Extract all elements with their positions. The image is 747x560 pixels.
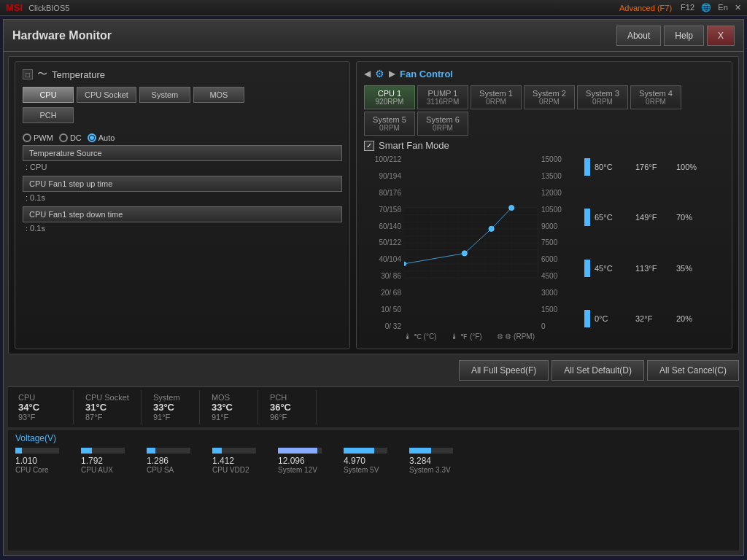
voltage-bar-sys33v bbox=[409, 448, 453, 454]
y-label-10: 0/ 32 bbox=[364, 322, 401, 330]
fan-tab-sys3[interactable]: System 3 0RPM bbox=[577, 85, 628, 109]
chart-point-1[interactable] bbox=[462, 251, 467, 256]
step-down-button[interactable]: CPU Fan1 step down time bbox=[23, 206, 342, 222]
temperature-header: □ 〜 Temperature bbox=[23, 68, 342, 81]
fan-tab-sys4-rpm: 0RPM bbox=[637, 98, 675, 106]
auto-radio[interactable]: Auto bbox=[88, 133, 115, 142]
fan-tab-sys4-label: System 4 bbox=[639, 89, 673, 98]
fan-tab-sys2[interactable]: System 2 0RPM bbox=[524, 85, 575, 109]
pwm-label: PWM bbox=[34, 133, 53, 142]
voltage-lbl-sys33v: System 3.3V bbox=[409, 466, 451, 474]
voltage-val-sys12v: 12.096 bbox=[278, 456, 305, 466]
fan-tab-sys2-label: System 2 bbox=[533, 89, 566, 98]
y-label-8: 20/ 68 bbox=[364, 289, 401, 297]
dc-radio[interactable]: DC bbox=[59, 133, 82, 142]
step-up-button[interactable]: CPU Fan1 step up time bbox=[23, 176, 342, 192]
legend-tempf-0: 176°F bbox=[635, 163, 672, 171]
chart-svg-container[interactable] bbox=[404, 155, 538, 330]
fan-tab-sys5[interactable]: System 5 0RPM bbox=[364, 112, 415, 136]
mode-selector: PWM DC Auto bbox=[23, 131, 342, 145]
legend-row-3: 0°C 32°F 20% bbox=[584, 310, 724, 327]
fan-control-header: ◀ ⚙ ▶ Fan Control bbox=[364, 68, 724, 79]
temp-source-button[interactable]: Temperature Source bbox=[23, 145, 342, 161]
y-right-9: 1500 bbox=[541, 306, 578, 314]
chart-point-2[interactable] bbox=[489, 226, 494, 231]
voltage-bar-sys5v bbox=[344, 448, 387, 454]
fan-control-title: Fan Control bbox=[400, 69, 453, 79]
y-label-3: 70/158 bbox=[364, 206, 401, 214]
pwm-radio[interactable]: PWM bbox=[23, 133, 53, 142]
legend-bar-1 bbox=[584, 209, 590, 226]
about-button[interactable]: About bbox=[616, 26, 661, 46]
step-up-section: CPU Fan1 step up time : 0.1s bbox=[23, 176, 342, 203]
mos-temp-button[interactable]: MOS bbox=[193, 87, 244, 103]
fan-tab-sys6[interactable]: System 6 0RPM bbox=[417, 112, 468, 136]
fan-tab-sys2-rpm: 0RPM bbox=[530, 98, 568, 106]
close-button[interactable]: X bbox=[707, 26, 735, 46]
temp-f-pch: 96°F bbox=[270, 413, 304, 421]
x-axis-labels: 🌡 ℃ (°C) 🌡 ℉ (°F) ⚙ ⚙ (RPM) bbox=[404, 330, 535, 343]
cpu-socket-temp-button[interactable]: CPU Socket bbox=[77, 87, 136, 103]
chart-point-3[interactable] bbox=[509, 205, 514, 210]
help-button[interactable]: Help bbox=[664, 26, 704, 46]
pch-temp-button[interactable]: PCH bbox=[23, 107, 74, 123]
fan-tab-sys3-label: System 3 bbox=[586, 89, 619, 98]
y-right-1: 13500 bbox=[541, 172, 578, 180]
chart-area: ✓ Smart Fan Mode 100/212 90/194 80/176 7… bbox=[364, 140, 724, 343]
temp-readout-cpu-socket: CPU Socket 31°C 87°F bbox=[74, 390, 142, 424]
fan-forward-icon[interactable]: ▶ bbox=[389, 69, 395, 79]
voltage-bar-cpu-sa bbox=[147, 448, 190, 454]
pwm-radio-circle bbox=[23, 133, 31, 142]
temp-label-cpu-socket: CPU Socket bbox=[85, 393, 129, 402]
legend-row-0: 80°C 176°F 100% bbox=[584, 158, 724, 176]
voltage-bar-cpu-aux bbox=[81, 448, 125, 454]
bios-title: ClickBIOS5 bbox=[28, 4, 69, 12]
fan-tab-cpu1[interactable]: CPU 1 920RPM bbox=[364, 85, 415, 109]
fan-tab-pump1-label: PUMP 1 bbox=[428, 89, 458, 98]
voltage-val-cpu-aux: 1.792 bbox=[81, 456, 103, 466]
y-label-4: 60/140 bbox=[364, 222, 401, 230]
advanced-mode-label: Advanced (F7) bbox=[619, 4, 672, 12]
fan-curve-chart[interactable] bbox=[404, 155, 538, 330]
expand-icon[interactable]: □ bbox=[23, 69, 33, 79]
fan-tabs: CPU 1 920RPM PUMP 1 3116RPM System 1 0RP… bbox=[364, 85, 724, 136]
voltage-sys12v: 12.096 System 12V bbox=[278, 448, 344, 474]
y-right-4: 9000 bbox=[541, 222, 578, 230]
fan-tab-sys6-label: System 6 bbox=[426, 115, 460, 124]
all-set-default-button[interactable]: All Set Default(D) bbox=[551, 360, 644, 381]
hardware-panel: □ 〜 Temperature CPU CPU Socket System MO… bbox=[8, 56, 739, 354]
legend-pct-2: 35% bbox=[676, 264, 692, 273]
temp-c-system: 33°C bbox=[153, 402, 187, 413]
voltage-lbl-cpu-sa: CPU SA bbox=[147, 466, 174, 474]
fan-tab-pump1[interactable]: PUMP 1 3116RPM bbox=[417, 85, 468, 109]
system-temp-button[interactable]: System bbox=[139, 87, 190, 103]
temp-readout-system: System 33°C 91°F bbox=[142, 390, 200, 424]
voltage-header[interactable]: Voltage(V) bbox=[15, 433, 732, 443]
temp-label-system: System bbox=[153, 393, 187, 402]
y-label-9: 10/ 50 bbox=[364, 306, 401, 314]
voltage-bars: 1.010 CPU Core 1.792 CPU AUX 1.286 CPU S… bbox=[15, 448, 732, 474]
voltage-fill-cpu-vdd2 bbox=[212, 448, 222, 454]
smart-mode-checkbox[interactable]: ✓ bbox=[364, 141, 374, 151]
chart-title: ✓ Smart Fan Mode bbox=[364, 140, 724, 151]
voltage-val-sys5v: 4.970 bbox=[344, 456, 365, 466]
all-set-cancel-button[interactable]: All Set Cancel(C) bbox=[647, 360, 739, 381]
window-title-bar: Hardware Monitor About Help X bbox=[4, 20, 743, 52]
chart-body: 100/212 90/194 80/176 70/158 60/140 50/1… bbox=[364, 155, 724, 330]
fan-tab-sys4[interactable]: System 4 0RPM bbox=[630, 85, 681, 109]
voltage-sys5v: 4.970 System 5V bbox=[344, 448, 409, 474]
chart-point-0[interactable] bbox=[404, 262, 406, 266]
fan-tab-sys1[interactable]: System 1 0RPM bbox=[471, 85, 522, 109]
cpu-temp-button[interactable]: CPU bbox=[23, 87, 74, 103]
temp-f-mos: 91°F bbox=[212, 413, 246, 421]
smart-mode-label: Smart Fan Mode bbox=[379, 140, 449, 151]
all-full-speed-button[interactable]: All Full Speed(F) bbox=[459, 360, 549, 381]
top-bar: MSI ClickBIOS5 Advanced (F7) F12 🌐 En ✕ bbox=[0, 0, 747, 16]
voltage-lbl-sys5v: System 5V bbox=[344, 466, 379, 474]
fan-back-icon[interactable]: ◀ bbox=[364, 69, 371, 79]
legend-bar-2 bbox=[584, 260, 590, 277]
voltage-cpu-sa: 1.286 CPU SA bbox=[147, 448, 212, 474]
smart-fan-controls: PWM DC Auto Temper bbox=[23, 131, 342, 234]
legend-tempf-2: 113°F bbox=[635, 264, 672, 273]
step-up-value: : 0.1s bbox=[23, 192, 342, 203]
